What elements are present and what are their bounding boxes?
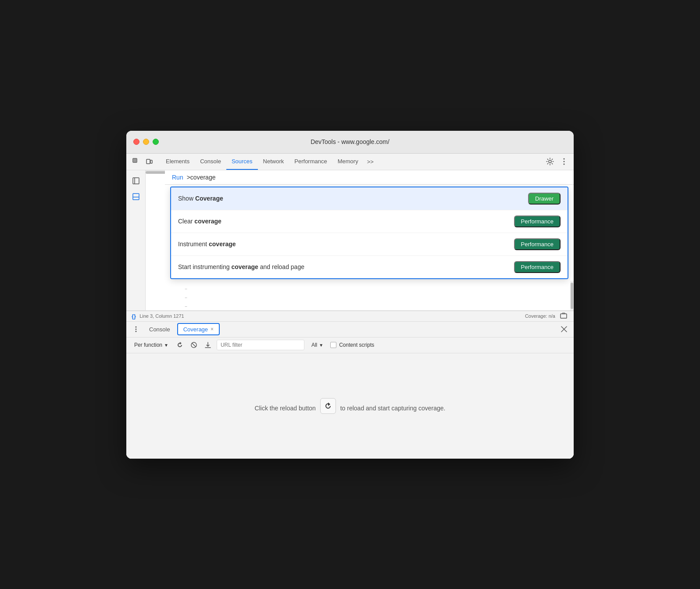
inspect-element-icon[interactable] — [130, 155, 142, 168]
devtools-toolbar: Elements Console Sources Network Perform… — [126, 154, 574, 170]
screenshot-icon[interactable] — [559, 311, 568, 321]
svg-rect-13 — [133, 194, 139, 200]
main-panel: Run >coverage Show Coverage Drawer — [126, 170, 574, 311]
tab-network[interactable]: Network — [258, 153, 289, 170]
svg-point-9 — [564, 161, 565, 162]
result-clear-coverage[interactable]: Clear coverage Performance — [171, 210, 568, 233]
svg-point-18 — [136, 329, 137, 330]
status-bar: {} Line 3, Column 1271 Coverage: n/a — [126, 311, 574, 321]
coverage-drawer: Console Coverage × — [126, 321, 574, 459]
svg-point-10 — [564, 164, 565, 165]
drawer-more-options-icon[interactable] — [130, 323, 142, 335]
drawer-close-icon[interactable] — [558, 323, 570, 335]
command-input-text[interactable]: >coverage — [187, 174, 216, 181]
minimize-button[interactable] — [143, 139, 149, 145]
status-left: {} Line 3, Column 1271 — [132, 313, 184, 320]
toolbar-right — [544, 155, 570, 168]
svg-rect-16 — [562, 313, 565, 314]
toolbar-icons — [130, 155, 155, 168]
svg-rect-5 — [146, 159, 150, 164]
content-scripts-area: Content scripts — [330, 342, 374, 348]
download-coverage-icon[interactable] — [203, 340, 213, 350]
window-title: DevTools - www.google.com/ — [311, 138, 389, 145]
tab-performance[interactable]: Performance — [289, 153, 332, 170]
vertical-scrollbar[interactable] — [570, 281, 574, 310]
brackets-icon: {} — [132, 313, 136, 320]
svg-rect-0 — [133, 158, 137, 162]
scrollbar-thumb — [571, 283, 573, 309]
content-area: Run >coverage Show Coverage Drawer — [126, 170, 574, 459]
result-instrument-coverage[interactable]: Instrument coverage Performance — [171, 233, 568, 256]
run-label: Run — [172, 174, 183, 181]
start-instrumenting-performance-badge[interactable]: Performance — [514, 261, 561, 273]
sidebar — [126, 170, 146, 310]
settings-icon[interactable] — [544, 155, 556, 168]
clear-coverage-icon[interactable] — [189, 340, 199, 350]
source-area: Run >coverage Show Coverage Drawer — [146, 170, 574, 310]
all-filter-dropdown[interactable]: All ▼ — [308, 341, 327, 349]
tab-console[interactable]: Console — [195, 153, 226, 170]
result-show-coverage[interactable]: Show Coverage Drawer — [171, 187, 568, 210]
reload-icon-box — [320, 398, 336, 414]
drawer-tabs: Console Coverage × — [126, 322, 574, 338]
title-bar: DevTools - www.google.com/ — [126, 131, 574, 154]
line-dash: – — [182, 286, 189, 291]
command-results: Show Coverage Drawer Clear coverage Perf… — [170, 187, 568, 279]
devtools-body: Elements Console Sources Network Perform… — [126, 154, 574, 459]
instrument-coverage-performance-badge[interactable]: Performance — [514, 238, 561, 250]
tab-elements[interactable]: Elements — [161, 153, 195, 170]
status-right: Coverage: n/a — [525, 311, 568, 321]
content-scripts-label: Content scripts — [339, 342, 374, 348]
coverage-empty: Click the reload button to reload and st… — [126, 353, 574, 459]
per-function-dropdown[interactable]: Per function ▼ — [132, 341, 171, 349]
result-show-coverage-label: Show Coverage — [178, 195, 223, 202]
coverage-toolbar: Per function ▼ — [126, 338, 574, 353]
traffic-lights — [133, 139, 159, 145]
svg-rect-11 — [133, 178, 139, 184]
maximize-button[interactable] — [153, 139, 159, 145]
result-instrument-coverage-label: Instrument coverage — [178, 241, 236, 248]
sidebar-toggle-icon[interactable] — [129, 174, 143, 188]
more-options-icon[interactable] — [558, 155, 570, 168]
svg-point-19 — [136, 331, 137, 332]
more-tabs-button[interactable]: >> — [364, 153, 377, 170]
drawer-tab-console[interactable]: Console — [144, 321, 175, 337]
close-button[interactable] — [133, 139, 139, 145]
devtools-tabs: Elements Console Sources Network Perform… — [161, 153, 542, 170]
devtools-window: DevTools - www.google.com/ — [126, 131, 574, 459]
coverage-status: Coverage: n/a — [525, 313, 555, 319]
svg-point-8 — [564, 158, 565, 160]
svg-point-17 — [136, 327, 137, 328]
svg-line-23 — [192, 343, 196, 347]
tab-memory[interactable]: Memory — [332, 153, 364, 170]
clear-coverage-performance-badge[interactable]: Performance — [514, 215, 561, 227]
content-scripts-checkbox[interactable] — [330, 342, 336, 348]
panel-toggle-icon[interactable] — [129, 190, 143, 204]
result-start-instrumenting[interactable]: Start instrumenting coverage and reload … — [171, 256, 568, 278]
command-overlay: Run >coverage Show Coverage Drawer — [165, 170, 574, 310]
svg-point-7 — [549, 160, 551, 163]
result-start-instrumenting-label: Start instrumenting coverage and reload … — [178, 263, 304, 270]
svg-rect-15 — [561, 314, 567, 318]
device-toggle-icon[interactable] — [143, 155, 155, 168]
show-coverage-drawer-badge[interactable]: Drawer — [528, 193, 561, 205]
cursor-position: Line 3, Column 1271 — [139, 313, 184, 319]
result-clear-coverage-label: Clear coverage — [178, 218, 221, 225]
coverage-tab-close-icon[interactable]: × — [211, 326, 214, 332]
reload-coverage-icon[interactable] — [175, 340, 185, 350]
url-filter-input[interactable] — [217, 340, 304, 350]
coverage-empty-message: Click the reload button to reload and st… — [255, 398, 446, 414]
svg-rect-6 — [150, 160, 152, 163]
drawer-tab-coverage[interactable]: Coverage × — [177, 323, 220, 335]
command-input-area: Run >coverage — [165, 170, 574, 185]
tab-sources[interactable]: Sources — [226, 153, 258, 170]
